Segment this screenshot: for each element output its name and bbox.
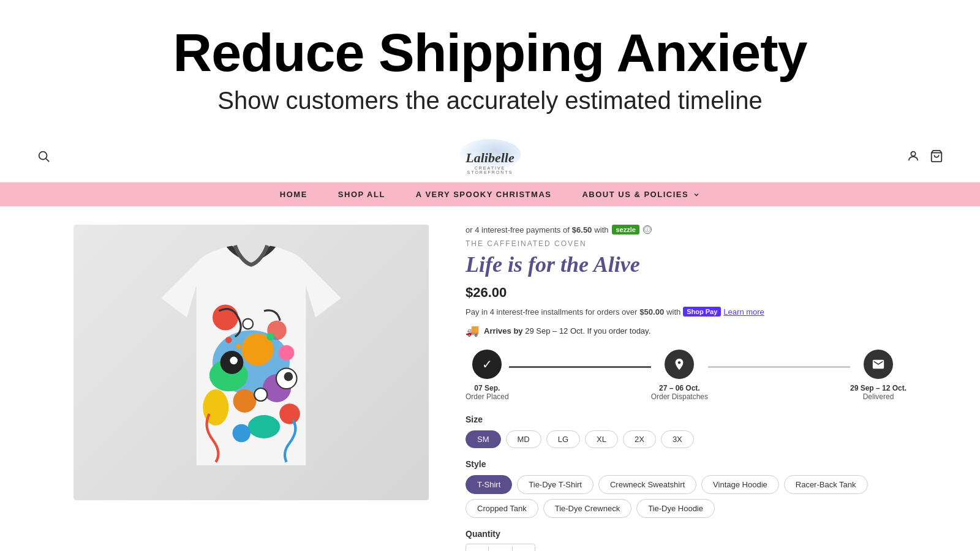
product-details: or 4 interest-free payments of $6.50 wit… [466, 225, 907, 551]
svg-point-11 [248, 415, 281, 438]
timeline-desc-placed: Order Placed [466, 392, 509, 401]
style-label: Style [466, 459, 907, 469]
shoppay-line: Pay in 4 interest-free installments for … [466, 307, 907, 317]
shoppay-text: Pay in 4 interest-free installments for … [466, 307, 637, 317]
hero-banner: Reduce Shipping Anxiety Show customers t… [0, 0, 980, 133]
timeline-desc-dispatch: Order Dispatches [651, 392, 708, 401]
timeline-label-delivered: 29 Sep – 12 Oct. Delivered [850, 384, 907, 401]
svg-point-19 [254, 388, 267, 401]
user-icon[interactable] [907, 149, 920, 166]
style-tiedye-tshirt[interactable]: Tie-Dye T-Shirt [517, 475, 594, 494]
svg-point-13 [230, 357, 238, 365]
svg-point-22 [225, 337, 232, 343]
sezzle-logo: sezzle [612, 225, 639, 234]
svg-point-16 [279, 404, 300, 425]
size-3x[interactable]: 3X [661, 430, 694, 448]
hero-subtitle: Show customers the accurately estimated … [12, 87, 968, 114]
svg-point-18 [243, 319, 253, 329]
size-sm[interactable]: SM [466, 430, 501, 448]
style-tshirt[interactable]: T-Shirt [466, 475, 512, 494]
logo-main-text: Lalibelle [466, 150, 514, 165]
size-xl[interactable]: XL [585, 430, 618, 448]
truck-icon: 🚚 [466, 324, 479, 337]
hero-title: Reduce Shipping Anxiety [12, 24, 968, 81]
timeline-date-delivered: 29 Sep – 12 Oct. [850, 384, 907, 392]
timeline-circle-placed: ✓ [472, 350, 502, 379]
product-area: or 4 interest-free payments of $6.50 wit… [0, 206, 980, 551]
sezzle-info-icon[interactable]: ⓘ [643, 225, 652, 234]
search-icon[interactable] [37, 149, 50, 166]
timeline-date-dispatch: 27 – 06 Oct. [651, 384, 708, 392]
size-2x[interactable]: 2X [623, 430, 656, 448]
timeline-line-1 [509, 366, 651, 368]
size-md[interactable]: MD [506, 430, 541, 448]
product-title: Life is for the Alive [466, 252, 907, 277]
shoppay-threshold: $50.00 [639, 307, 664, 317]
sezzle-line: or 4 interest-free payments of $6.50 wit… [466, 225, 907, 234]
logo-sub-text: CREATIVE STOREFRONTS [459, 166, 521, 174]
size-label: Size [466, 414, 907, 424]
svg-point-0 [39, 152, 47, 160]
svg-point-23 [236, 344, 241, 349]
style-vintage-hoodie[interactable]: Vintage Hoodie [701, 475, 779, 494]
style-crewneck[interactable]: Crewneck Sweatshirt [598, 475, 696, 494]
nav-item-home[interactable]: HOME [280, 190, 307, 199]
timeline-step-delivered: 29 Sep – 12 Oct. Delivered [850, 350, 907, 401]
store-header: Lalibelle CREATIVE STOREFRONTS [0, 133, 980, 182]
quantity-value: 1 [488, 547, 513, 551]
nav-item-shop-all[interactable]: SHOP ALL [338, 190, 385, 199]
timeline-container: ✓ 07 Sep. Order Placed 27 – 06 Oct. O [466, 350, 907, 401]
logo-image: Lalibelle CREATIVE STOREFRONTS [459, 139, 521, 176]
cart-icon[interactable] [930, 149, 943, 166]
svg-point-24 [266, 333, 274, 341]
svg-point-14 [279, 345, 294, 361]
size-lg[interactable]: LG [546, 430, 580, 448]
timeline-date-placed: 07 Sep. [466, 384, 509, 392]
header-left-icons [37, 149, 50, 166]
store-nav: HOME SHOP ALL A VERY SPOOKY CHRISTMAS AB… [0, 182, 980, 206]
style-tiedye-hoodie[interactable]: Tie-Dye Hoodie [636, 499, 715, 518]
timeline-label-placed: 07 Sep. Order Placed [466, 384, 509, 401]
svg-point-2 [911, 152, 915, 156]
product-price: $26.00 [466, 285, 907, 301]
quantity-control: − 1 + [466, 544, 535, 551]
timeline-track: ✓ 07 Sep. Order Placed 27 – 06 Oct. O [466, 350, 907, 401]
quantity-decrease[interactable]: − [466, 544, 488, 551]
nav-item-christmas[interactable]: A VERY SPOOKY CHRISTMAS [416, 190, 552, 199]
product-tshirt-display [74, 225, 429, 500]
svg-point-10 [233, 389, 257, 413]
size-options: SM MD LG XL 2X 3X [466, 430, 907, 448]
sezzle-amount: $6.50 [572, 225, 592, 234]
product-image [74, 225, 429, 500]
shipping-row: 🚚 Arrives by 29 Sep – 12 Oct. If you ord… [466, 324, 907, 337]
svg-point-21 [284, 372, 293, 381]
style-cropped-tank[interactable]: Cropped Tank [466, 499, 538, 518]
style-racer-tank[interactable]: Racer-Back Tank [784, 475, 868, 494]
timeline-label-dispatch: 27 – 06 Oct. Order Dispatches [651, 384, 708, 401]
arrives-text: Arrives by 29 Sep – 12 Oct. If you order… [484, 326, 650, 335]
timeline-desc-delivered: Delivered [850, 392, 907, 401]
header-right-icons [907, 149, 943, 166]
timeline-line-2 [708, 366, 850, 368]
svg-point-17 [233, 424, 251, 442]
shoppay-learn-more[interactable]: Learn more [723, 307, 764, 317]
nav-item-about[interactable]: ABOUT US & POLICIES [582, 190, 700, 199]
style-tiedye-crewneck[interactable]: Tie-Dye Crewneck [543, 499, 631, 518]
quantity-label: Quantity [466, 529, 907, 539]
quantity-increase[interactable]: + [513, 544, 535, 551]
store-logo: Lalibelle CREATIVE STOREFRONTS [459, 139, 521, 176]
shoppay-logo: Shop Pay [683, 307, 721, 317]
timeline-circle-dispatch [665, 350, 694, 379]
brand-name: THE CAFFEINATED COVEN [466, 239, 907, 248]
timeline-step-dispatch: 27 – 06 Oct. Order Dispatches [651, 350, 708, 401]
sezzle-with: with [594, 225, 608, 234]
style-options: T-Shirt Tie-Dye T-Shirt Crewneck Sweatsh… [466, 475, 907, 518]
sezzle-text: or 4 interest-free payments of [466, 225, 570, 234]
svg-line-1 [46, 159, 49, 162]
timeline-step-placed: ✓ 07 Sep. Order Placed [466, 350, 509, 401]
timeline-circle-delivered [864, 350, 893, 379]
